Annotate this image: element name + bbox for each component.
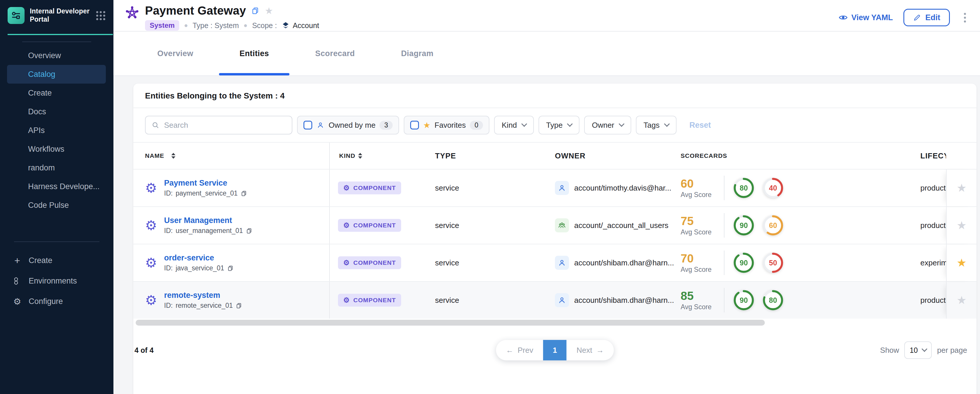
person-icon: [558, 296, 566, 305]
sidebar-item-workflows[interactable]: Workflows: [7, 140, 106, 159]
entity-name-link[interactable]: Payment Service: [164, 179, 247, 187]
entities-card-title: Entities Belonging to the System : 4: [133, 84, 977, 108]
favorites-count: 0: [470, 121, 483, 130]
owner-dropdown[interactable]: Owner: [584, 116, 631, 135]
column-header-name[interactable]: NAME: [133, 143, 330, 169]
people-group-icon: [557, 221, 566, 230]
svg-text:40: 40: [769, 184, 777, 192]
owner-value: account/timothy.davis@har...: [574, 184, 671, 192]
entity-type-label: Type : System: [192, 21, 239, 30]
entity-scope-label: Scope :: [252, 21, 277, 30]
scrollbar-thumb[interactable]: [136, 320, 765, 326]
lifecycle-value: production: [920, 221, 946, 230]
kind-badge: ⚙ COMPONENT: [338, 294, 401, 307]
owner-icon: [555, 256, 569, 270]
star-icon: ★: [423, 121, 430, 130]
sidebar-item-catalog[interactable]: Catalog: [7, 65, 106, 84]
per-page-label: per page: [937, 346, 967, 355]
sidebar-item-random[interactable]: random: [7, 159, 106, 177]
tags-dropdown[interactable]: Tags: [636, 116, 676, 135]
sidebar-item-apis[interactable]: APIs: [7, 121, 106, 140]
sidebar-footer-item-configure[interactable]: ⚙Configure: [0, 291, 113, 311]
tab-entities[interactable]: Entities: [219, 32, 290, 75]
sort-icon[interactable]: [358, 153, 362, 159]
sidebar-footer-item-create[interactable]: +Create: [0, 250, 113, 271]
pencil-icon: [913, 13, 921, 22]
favorites-checkbox[interactable]: [410, 121, 419, 129]
edit-button[interactable]: Edit: [904, 9, 950, 26]
brand[interactable]: Internal Developer Portal: [0, 0, 113, 30]
entity-scope-value: Account: [282, 21, 319, 30]
copy-id-icon[interactable]: [235, 302, 242, 309]
reset-filters-button[interactable]: Reset: [689, 121, 711, 130]
tab-overview[interactable]: Overview: [137, 32, 214, 75]
table-row[interactable]: ⚙ Payment Service ID: payment_service_01…: [133, 169, 977, 207]
avg-score-label: Avg Score: [681, 191, 724, 199]
favorite-title-star-icon[interactable]: ★: [264, 6, 273, 16]
owned-by-me-checkbox[interactable]: [304, 121, 312, 129]
sidebar-item-create[interactable]: Create: [7, 84, 106, 102]
score-gauge: 80: [762, 289, 784, 311]
page-header: Payment Gateway ★ System ● Type : System…: [113, 0, 980, 32]
next-page-button[interactable]: Next →: [566, 340, 614, 361]
person-icon: [317, 121, 325, 129]
sidebar-item-harness-develope[interactable]: Harness Develope...: [7, 177, 106, 196]
svg-text:90: 90: [740, 259, 748, 267]
chevron-down-icon: [664, 121, 670, 127]
entity-kind-badge: System: [145, 20, 179, 31]
scorecard-gauges: 9050: [733, 252, 784, 274]
entity-name-link[interactable]: remote-system: [164, 291, 242, 300]
scorecard-gauges: 8040: [733, 177, 784, 199]
owned-by-me-filter[interactable]: Owned by me 3: [297, 116, 399, 135]
favorite-star-icon[interactable]: ★: [957, 183, 967, 194]
column-header-kind[interactable]: KIND: [330, 152, 435, 159]
table-body: ⚙ Payment Service ID: payment_service_01…: [133, 169, 977, 319]
view-yaml-button[interactable]: View YAML: [838, 13, 893, 22]
favorite-star-icon[interactable]: ★: [957, 220, 967, 231]
entity-name-link[interactable]: User Management: [164, 216, 252, 225]
show-label: Show: [880, 346, 899, 355]
entity-name-link[interactable]: order-service: [164, 253, 234, 262]
chevron-down-icon: [567, 121, 573, 127]
kind-badge: ⚙ COMPONENT: [338, 256, 401, 269]
copy-id-icon[interactable]: [240, 190, 247, 197]
sort-icon[interactable]: [171, 153, 175, 159]
column-header-owner: OWNER: [555, 151, 681, 160]
filter-bar: Owned by me 3 ★ Favorites 0 KindTypeOwne…: [133, 108, 977, 143]
sidebar-item-docs[interactable]: Docs: [7, 102, 106, 121]
component-gear-icon: ⚙: [145, 256, 157, 270]
current-page-button[interactable]: 1: [543, 340, 566, 361]
table-row[interactable]: ⚙ remote-system ID: remote_service_01 ⚙ …: [133, 281, 977, 319]
sidebar-footer-item-environments[interactable]: Environments: [0, 271, 113, 291]
page-size-select[interactable]: 10: [904, 342, 932, 359]
scorecard-gauges: 9080: [733, 289, 784, 311]
arrow-right-icon: →: [596, 346, 604, 355]
tab-diagram[interactable]: Diagram: [381, 32, 454, 75]
table-row[interactable]: ⚙ order-service ID: java_service_01 ⚙ CO…: [133, 244, 977, 281]
kind-dropdown[interactable]: Kind: [494, 116, 534, 135]
sidebar-item-overview[interactable]: Overview: [7, 46, 106, 65]
sidebar: Internal Developer Portal OverviewCatalo…: [0, 0, 113, 394]
copy-id-icon[interactable]: [227, 265, 234, 272]
copy-title-icon[interactable]: [251, 7, 259, 15]
pager: ← Prev 1 Next →: [496, 340, 614, 361]
table-row[interactable]: ⚙ User Management ID: user_management_01…: [133, 207, 977, 244]
brand-accent-line: [8, 34, 113, 35]
entity-tabs: OverviewEntitiesScorecardDiagram: [113, 32, 980, 76]
favorite-star-icon[interactable]: ★: [957, 257, 967, 268]
prev-page-button[interactable]: ← Prev: [496, 340, 543, 361]
score-gauge: 90: [733, 214, 755, 237]
copy-id-icon[interactable]: [246, 228, 252, 234]
entity-id: ID: java_service_01: [164, 264, 234, 272]
tab-scorecard[interactable]: Scorecard: [295, 32, 375, 75]
search-input[interactable]: [164, 121, 286, 130]
sidebar-item-code-pulse[interactable]: Code Pulse: [7, 196, 106, 214]
chevron-down-icon: [921, 346, 928, 352]
more-options-icon[interactable]: [961, 11, 969, 25]
favorites-filter[interactable]: ★ Favorites 0: [404, 116, 489, 135]
app-switcher-icon[interactable]: [96, 11, 105, 20]
component-gear-icon: ⚙: [145, 181, 157, 195]
svg-text:50: 50: [769, 259, 777, 267]
type-dropdown[interactable]: Type: [539, 116, 579, 135]
favorite-star-icon[interactable]: ★: [957, 295, 967, 306]
